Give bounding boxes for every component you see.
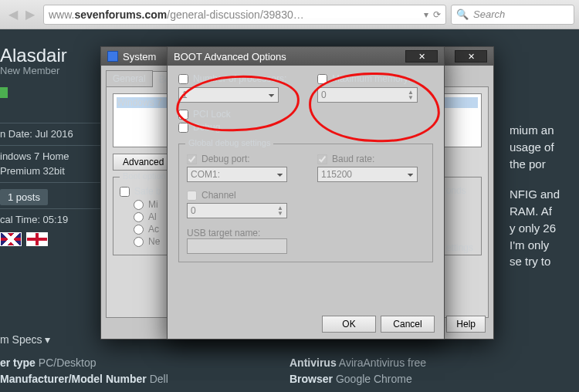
safeboot-adrepair-radio[interactable] [134,225,144,235]
spec-label: Manufacturer/Model Number [0,373,147,385]
boot-advanced-window: BOOT Advanced Options ✕ Number of proces… [167,46,445,340]
debug-port-select: COM1: [187,167,287,182]
username[interactable]: Alasdair [0,45,100,66]
num-processors-checkbox[interactable] [178,74,188,84]
num-processors-select[interactable]: 1 [178,87,279,103]
msconfig-title: System [123,51,156,63]
max-memory-input[interactable]: 0 ▲▼ [317,87,418,103]
global-debug-group: Global debug settings Debug port: COM1: … [178,144,433,262]
close-button[interactable]: ✕ [455,50,487,63]
url-path: /general-discussion/39830… [167,8,303,21]
advanced-options-button[interactable]: Advanced [113,154,174,171]
browser-toolbar: ◀ ▶ www. sevenforums.com /general-discus… [0,0,579,29]
max-memory-checkbox[interactable] [317,74,327,84]
app-icon [107,51,118,62]
tab-general[interactable]: General [106,70,153,86]
debug-port-checkbox [187,154,197,164]
permanent-suffix: ettings [446,242,473,253]
spec-label: Antivirus [290,357,337,369]
os-line1: indows 7 Home [0,149,100,164]
url-prefix: www. [49,8,74,21]
england-flag-icon [26,232,48,246]
pci-lock-label: PCI Lock [193,109,231,120]
global-debug-legend: Global debug settings [185,138,273,147]
uk-flag-icon [0,232,22,246]
safeboot-minimal-radio[interactable] [134,200,144,210]
safeboot-network-radio[interactable] [134,237,144,247]
cancel-button[interactable]: Cancel [381,316,435,333]
url-domain: sevenforums.com [74,8,167,21]
pci-lock-checkbox[interactable] [178,110,188,120]
forward-button[interactable]: ▶ [22,6,39,23]
spec-label: Browser [290,373,333,385]
page-background: Alasdair New Member n Date: Jul 2016 ind… [0,29,579,392]
rss-icon[interactable]: ▾ [424,9,428,20]
online-indicator-icon [0,87,8,98]
spec-label: er type [0,357,36,369]
forum-user-sidebar: Alasdair New Member n Date: Jul 2016 ind… [0,29,100,246]
post-count[interactable]: 1 posts [0,189,48,206]
max-memory-label[interactable]: Maximum memory: [317,73,433,84]
timeout-suffix: onds [446,185,473,196]
back-button[interactable]: ◀ [5,6,22,23]
reload-icon[interactable]: ⟳ [433,9,441,20]
user-role: New Member [0,65,100,76]
browser-search[interactable]: 🔍 Search [451,5,574,25]
join-date: n Date: Jul 2016 [0,127,100,142]
system-specs-toggle[interactable]: m Specs ▾ [0,333,50,346]
num-processors-label[interactable]: Number of processors: [178,73,294,84]
channel-checkbox [187,191,197,201]
search-placeholder: Search [473,8,505,20]
close-button[interactable]: ✕ [405,50,438,63]
boot-advanced-titlebar[interactable]: BOOT Advanced Options ✕ [168,47,444,66]
boot-advanced-title: BOOT Advanced Options [174,51,286,63]
boot-options-legend: Boot option [120,171,169,181]
debug-label: Debug [193,122,220,133]
spinner-icon: ▲▼ [277,205,283,216]
post-body-fragment: mium an usage of the por NFIG and RAM. A… [510,122,579,270]
channel-input: 0 ▲▼ [187,203,287,218]
help-button[interactable]: Help [446,316,486,333]
safeboot-altshell-radio[interactable] [134,212,144,222]
ok-button[interactable]: OK [322,316,376,333]
baud-rate-select: 115200 [317,167,418,182]
os-line2: Premium 32bit [0,164,100,179]
baud-rate-checkbox [317,154,327,164]
spinner-icon[interactable]: ▲▼ [408,90,414,100]
debug-checkbox[interactable] [178,123,188,133]
safe-boot-checkbox[interactable] [120,187,130,197]
url-bar[interactable]: www. sevenforums.com /general-discussion… [43,5,446,25]
local-time: cal Time: 05:19 [0,212,100,228]
system-specs-detail: er type PC/Desktop Manufacturer/Model Nu… [0,355,579,387]
usb-target-label: USB target name: [187,228,425,238]
search-icon: 🔍 [456,8,469,20]
usb-target-input [187,238,287,254]
